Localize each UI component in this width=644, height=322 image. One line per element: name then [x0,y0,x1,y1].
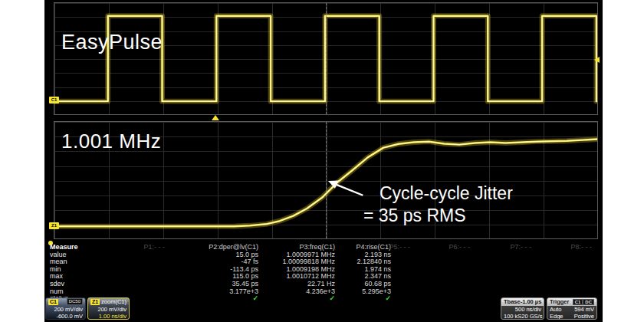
z1-tdiv: 1.00 ns/div [99,313,127,320]
c1-descriptor-box[interactable]: C1 DC50 200 mV/div -600.0 mV [45,297,86,320]
c1-channel-marker: C1 [49,97,59,104]
z1-vdiv: 200 mV/div [97,306,127,313]
z1-badge: Z1 [90,299,100,305]
trigger-source-badge: C1 [573,299,583,305]
trigger-coupling-badge: DC [583,299,594,305]
p2-status-check-icon: ✓ [186,295,258,303]
zoom-grid-label: 1.001 MHz [61,130,161,153]
trigger-level: 594 mV [574,306,594,313]
jitter-annotation-line1: Cycle-cycle Jitter [380,183,513,204]
c1-offset: -600.0 mV [56,313,83,320]
main-grid: EasyPulse [54,2,598,115]
oscilloscope-display: EasyPulse C1 1.001 MHz Cycle-cycle Jitte… [44,0,603,322]
trigger-box[interactable]: Trigger C1DC Auto 594 mV Edge Positive [547,297,597,320]
trigger-type: Edge [550,313,564,320]
timebase-box[interactable]: Tbase -1.00 µs 500 ns/div 100 kS 20 GS/s [501,297,544,320]
z1-title: zoom(C1) [101,298,127,305]
trigger-level-marker-icon [594,57,600,63]
c1-vdiv: 200 mV/div [54,306,83,313]
zoom-grid: 1.001 MHz Cycle-cycle Jitter = 35 ps RMS [54,121,598,239]
trigger-label: Trigger [550,298,569,305]
tbase-label: Tbase [504,298,521,305]
p4-num: 5.295e+3 [318,288,391,296]
measure-column-p2[interactable]: P2:dper@lv(C1) 15.0 ps -47 fs -113.4 ps … [186,244,258,303]
trigger-mode: Auto [550,306,561,313]
tbase-tdiv: 500 ns/div [515,306,541,313]
c1-badge: C1 [48,299,58,305]
trigger-slope: Positive [574,313,594,320]
z1-channel-marker: Z1 [49,222,59,229]
top-grid-label: EasyPulse [61,31,163,54]
trigger-delay-marker-icon [212,115,219,120]
tbase-samples: 100 kS [504,313,521,320]
measure-column-p8[interactable]: P8:- - - [519,244,592,251]
measure-column-p1[interactable]: P1:- - - [92,244,165,251]
trigger-time-line [326,3,327,114]
c1-coupling-badge: DC50 [67,298,83,305]
measure-column-p4[interactable]: P4:rise(C1) 2.193 ns 2.12840 ns 1.974 ns… [318,244,391,303]
measure-row-labels: Measure value mean min max sdev num stat… [50,244,78,303]
tbase-delay: -1.00 µs [521,298,542,305]
p4-status-check-icon: ✓ [318,295,391,303]
jitter-annotation-line2: = 35 ps RMS [363,205,466,226]
tbase-rate: 20 GS/s [521,313,542,320]
z1-descriptor-box[interactable]: Z1 zoom(C1) 200 mV/div 1.00 ns/div [87,297,130,320]
p2-num: 3.177e+3 [186,288,258,296]
